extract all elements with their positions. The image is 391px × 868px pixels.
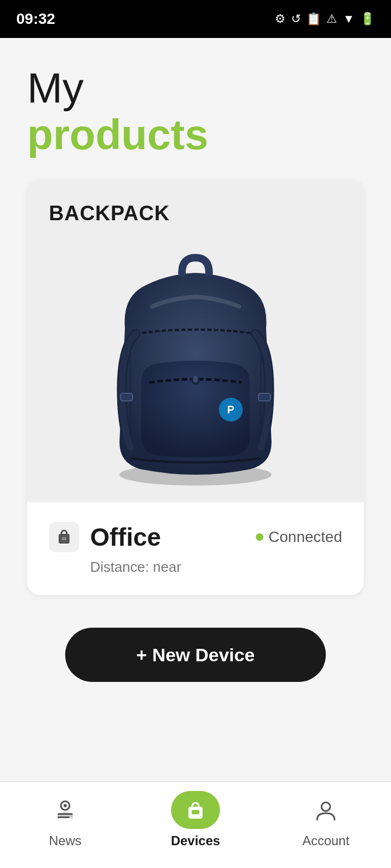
product-card[interactable]: BACKPACK	[27, 180, 364, 595]
page-title: My products	[27, 65, 364, 158]
svg-rect-8	[62, 537, 66, 540]
news-icon	[53, 798, 77, 822]
nav-item-news[interactable]: News	[0, 791, 130, 848]
title-line1: My	[27, 65, 364, 112]
status-bar: 09:32 ⚙ ↺ 📋 ⚠ ▼ 🔋	[0, 0, 391, 38]
nav-label-account: Account	[302, 833, 350, 848]
battery-icon: 🔋	[360, 12, 375, 26]
main-content: My products BACKPACK	[0, 38, 391, 825]
wifi-icon: ▼	[343, 12, 355, 26]
sync-icon: ↺	[291, 12, 301, 26]
clipboard-icon: 📋	[306, 12, 321, 26]
nav-icon-wrapper-news	[41, 791, 90, 829]
connected-label: Connected	[269, 528, 342, 546]
svg-rect-2	[193, 376, 198, 382]
nav-label-news: News	[49, 833, 81, 848]
card-device-name: Office	[49, 522, 161, 552]
alert-icon: ⚠	[326, 12, 337, 26]
connected-status: Connected	[256, 528, 342, 546]
settings-icon: ⚙	[275, 12, 286, 26]
device-name-text: Office	[90, 522, 161, 552]
card-image-area: BACKPACK	[27, 180, 364, 502]
new-device-button[interactable]: + New Device	[65, 628, 326, 682]
backpack-icon	[54, 527, 74, 547]
device-icon	[49, 522, 79, 552]
svg-rect-11	[58, 813, 73, 815]
connected-dot	[256, 533, 263, 541]
card-label: BACKPACK	[49, 202, 342, 225]
svg-text:P: P	[227, 404, 234, 416]
distance-text: Distance: near	[90, 559, 342, 576]
account-icon	[314, 798, 338, 822]
bottom-nav: News Devices Account	[0, 781, 391, 868]
title-line2: products	[27, 112, 364, 158]
nav-label-devices: Devices	[171, 833, 220, 848]
svg-point-10	[64, 804, 67, 807]
nav-item-devices[interactable]: Devices	[130, 791, 261, 848]
card-info: Office Connected Distance: near	[27, 502, 364, 595]
nav-item-account[interactable]: Account	[261, 791, 391, 848]
status-time: 09:32	[16, 10, 55, 28]
svg-rect-3	[121, 393, 133, 401]
svg-rect-4	[258, 393, 270, 401]
devices-icon	[184, 798, 207, 822]
svg-rect-14	[192, 810, 199, 814]
nav-icon-wrapper-account	[301, 791, 350, 829]
svg-point-15	[321, 802, 330, 811]
backpack-svg: P	[81, 241, 310, 491]
status-icons: ⚙ ↺ 📋 ⚠ ▼ 🔋	[275, 12, 375, 26]
card-info-top: Office Connected	[49, 522, 342, 552]
backpack-image: P	[49, 236, 342, 496]
svg-rect-12	[58, 816, 70, 818]
nav-icon-wrapper-devices	[171, 791, 220, 829]
